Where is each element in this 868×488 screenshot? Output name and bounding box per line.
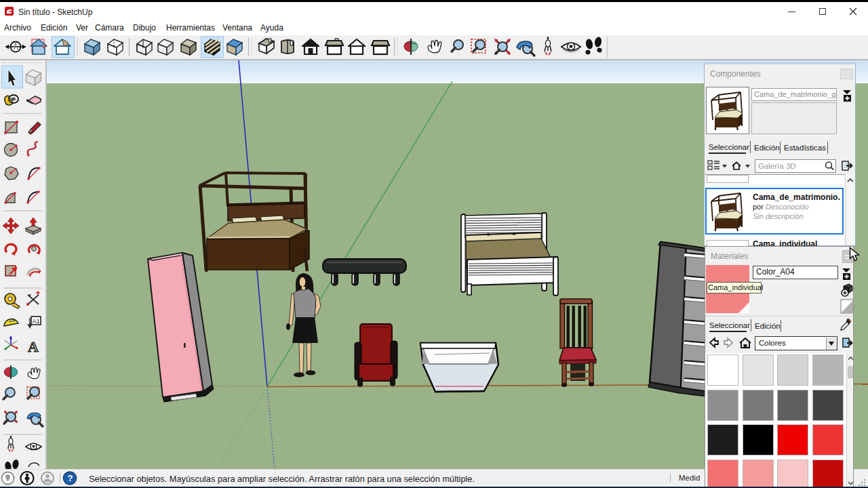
svg-text:A: A bbox=[28, 338, 39, 355]
svg-text:A1: A1 bbox=[33, 318, 40, 325]
svg-text:?: ? bbox=[68, 473, 73, 483]
